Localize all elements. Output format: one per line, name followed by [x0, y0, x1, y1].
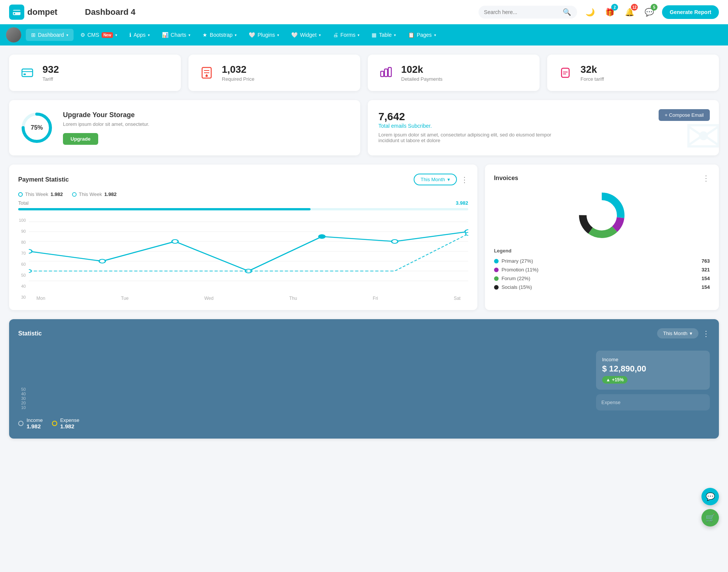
statistic-income-panel: Income $ 12,890,00 ▲ +15% Expense: [596, 345, 710, 429]
line-chart-svg: [29, 216, 468, 292]
svg-point-26: [29, 249, 32, 253]
donut-chart-svg: [575, 189, 628, 242]
total-value: 3.982: [456, 200, 468, 206]
expense-legend-label: Expense: [60, 417, 80, 423]
force-tariff-icon: [556, 64, 574, 82]
expense-box-label: Expense: [601, 400, 704, 405]
primary-value: 763: [701, 258, 710, 264]
svg-point-39: [587, 201, 616, 230]
y-axis: 100 90 80 70 60 50 40 30: [18, 216, 29, 301]
chevron-down-icon: ▾: [188, 33, 190, 37]
primary-label: Primary (27%): [502, 258, 533, 264]
stat-cards-grid: 932 Tariff 1,032 Required Price 102k Det…: [9, 55, 719, 91]
header: dompet Dashboard 4 🔍 🌙 🎁 2 🔔 12 💬 5 Gene…: [0, 0, 728, 24]
tariff-value: 932: [42, 64, 59, 75]
sidebar-item-bootstrap[interactable]: ★ Bootstrap ▾: [197, 29, 242, 41]
sidebar-item-widget[interactable]: 🤍 Widget ▾: [286, 29, 326, 41]
svg-rect-5: [24, 74, 26, 75]
forum-value: 154: [701, 276, 710, 281]
navbar: ⊞ Dashboard ▾ ⚙ CMS New ▾ ℹ Apps ▾ 📊 Cha…: [0, 24, 728, 45]
plugins-icon: 🤍: [249, 32, 255, 38]
sidebar-item-charts[interactable]: 📊 Charts ▾: [157, 29, 196, 41]
sidebar-item-forms[interactable]: 🖨 Forms ▾: [328, 29, 365, 41]
legend-item-promotion: Promotion (11%) 321: [494, 265, 710, 274]
svg-point-34: [466, 232, 468, 235]
this-month-button[interactable]: This Month ▾: [414, 174, 457, 185]
sidebar-item-table[interactable]: ▦ Table ▾: [366, 29, 401, 41]
statistic-card: Statistic This Month ▾ ⋮ 50 40 30 20: [9, 319, 719, 439]
sidebar-item-plugins[interactable]: 🤍 Plugins ▾: [243, 29, 284, 41]
search-input[interactable]: [484, 9, 560, 15]
svg-rect-13: [388, 67, 391, 77]
chevron-down-icon: ▾: [235, 33, 237, 37]
income-box-amount: $ 12,890,00: [602, 364, 704, 374]
payment-header: Payment Statistic This Month ▾ ⋮: [18, 174, 468, 185]
bell-button[interactable]: 🔔 12: [623, 5, 636, 19]
gift-button[interactable]: 🎁 2: [603, 5, 617, 19]
forms-icon: 🖨: [333, 32, 338, 38]
invoices-header: Invoices ⋮: [494, 174, 710, 183]
new-badge: New: [102, 32, 113, 38]
svg-rect-14: [562, 68, 569, 77]
expense-box: Expense: [596, 394, 710, 411]
sidebar-item-dashboard[interactable]: ⊞ Dashboard ▾: [26, 29, 74, 41]
theme-toggle-button[interactable]: 🌙: [583, 5, 597, 19]
chevron-down-icon: ▾: [447, 177, 450, 182]
sidebar-item-apps[interactable]: ℹ Apps ▾: [124, 29, 155, 41]
statistic-chart-area: 50 40 30 20 10: [18, 345, 587, 429]
generate-report-button[interactable]: Generate Report: [662, 5, 719, 19]
sidebar-item-label: Apps: [133, 32, 146, 38]
detailed-payments-icon: [377, 64, 395, 82]
income-badge: ▲ +15%: [602, 376, 628, 384]
sidebar-item-pages[interactable]: 📋 Pages ▾: [403, 29, 441, 41]
logo-text: dompet: [27, 7, 57, 17]
legend-val-2: 1.982: [104, 191, 117, 197]
svg-point-2: [14, 13, 15, 14]
svg-point-31: [392, 240, 398, 243]
tariff-icon: [18, 64, 36, 82]
legend-item-socials: Socials (15%) 154: [494, 283, 710, 291]
chevron-down-icon: ▾: [319, 33, 321, 37]
legend-row: This Week 1.982 This Week 1.982: [18, 191, 468, 197]
chevron-down-icon: ▾: [66, 33, 68, 37]
income-legend-dot: [18, 421, 24, 426]
storage-title: Upgrade Your Storage: [63, 111, 149, 119]
payment-more-button[interactable]: ⋮: [461, 175, 468, 184]
widget-icon: 🤍: [291, 32, 298, 38]
statistic-month-button[interactable]: This Month ▾: [657, 328, 698, 338]
legend-label-2: This Week: [79, 191, 102, 197]
tariff-label: Tariff: [42, 76, 59, 82]
primary-color: [494, 259, 499, 263]
expense-legend-dot: [52, 421, 57, 426]
detailed-payments-value: 102k: [401, 64, 442, 75]
email-subtitle: Total emails Subcriber.: [378, 123, 708, 129]
bell-badge: 12: [631, 4, 638, 11]
bars-container: [30, 345, 587, 411]
force-tariff-label: Force tariff: [581, 76, 604, 82]
socials-color: [494, 285, 499, 290]
chat-badge: 5: [651, 4, 657, 11]
force-tariff-value: 32k: [581, 64, 604, 75]
sidebar-item-label: Pages: [417, 32, 432, 38]
storage-card: 75% Upgrade Your Storage Lorem ipsum dol…: [9, 100, 360, 155]
bar-chart: 50 40 30 20 10: [18, 345, 587, 413]
statistic-controls: This Month ▾ ⋮: [657, 328, 710, 338]
sidebar-item-label: Dashboard: [38, 32, 64, 38]
invoices-card: Invoices ⋮ Legend: [485, 165, 719, 310]
statistic-more-button[interactable]: ⋮: [702, 329, 710, 338]
trend-up-icon: ▲: [606, 377, 610, 382]
sidebar-item-cms[interactable]: ⚙ CMS New ▾: [75, 29, 123, 41]
page-title: Dashboard 4: [85, 7, 479, 17]
upgrade-button[interactable]: Upgrade: [63, 133, 98, 145]
invoices-more-button[interactable]: ⋮: [702, 174, 710, 183]
legend-dot-2: [72, 192, 77, 197]
storage-info: Upgrade Your Storage Lorem ipsum dolor s…: [63, 111, 149, 145]
chevron-down-icon: ▾: [394, 33, 396, 37]
legend-dot-1: [18, 192, 23, 197]
x-labels: Mon Tue Wed Thu Fri Sat: [29, 296, 468, 301]
logo-icon: [9, 5, 24, 20]
header-actions: 🌙 🎁 2 🔔 12 💬 5 Generate Report: [583, 5, 719, 19]
svg-rect-1: [13, 11, 20, 12]
required-price-value: 1,032: [222, 64, 254, 75]
chat-button[interactable]: 💬 5: [642, 5, 656, 19]
